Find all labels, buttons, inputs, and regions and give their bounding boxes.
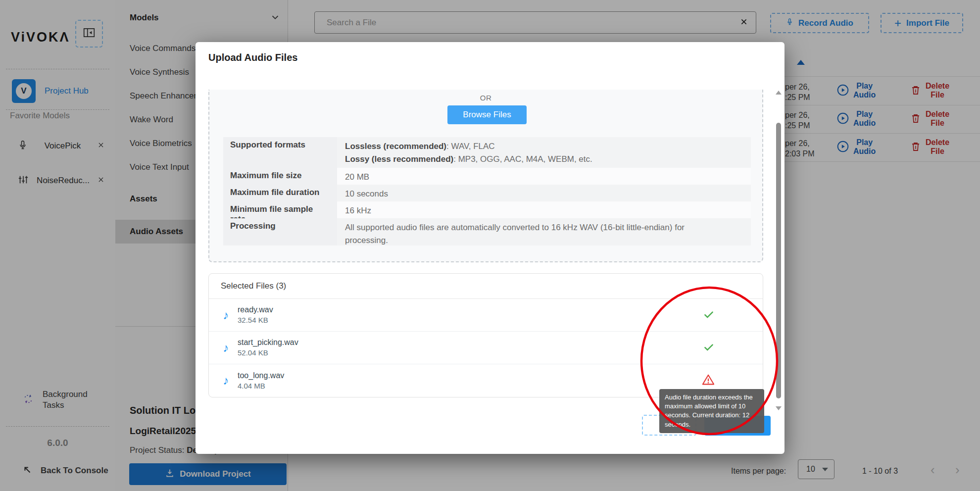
file-size: 52.04 KB (238, 348, 298, 358)
spec-value: All supported audio files are automatica… (337, 218, 751, 246)
or-label: OR (209, 94, 762, 102)
spec-label: Supported formats (223, 137, 337, 168)
spec-strong: Lossless (recommended) (345, 142, 446, 151)
spec-value: 20 MB (337, 168, 751, 185)
spec-strong: Lossy (less recommended) (345, 154, 453, 164)
selected-file-row: ♪ ready.wav 32.54 KB (209, 299, 763, 332)
scroll-up-icon[interactable] (776, 91, 782, 95)
check-icon (702, 341, 715, 355)
music-note-icon: ♪ (223, 308, 229, 322)
spec-rest: : MP3, OGG, AAC, M4A, WEBM, etc. (453, 154, 592, 164)
spec-value: Lossless (recommended): WAV, FLAC Lossy … (337, 137, 751, 168)
spec-rest: : WAV, FLAC (446, 142, 495, 151)
selected-file-row: ♪ start_picking.wav 52.04 KB (209, 332, 763, 364)
file-name: ready.wav (238, 305, 273, 315)
file-name: too_long.wav (238, 371, 284, 381)
browse-files-label: Browse Files (463, 110, 511, 119)
check-icon (702, 308, 715, 323)
spec-label: Processing (223, 218, 337, 246)
file-size: 32.54 KB (238, 315, 273, 325)
upload-specs-table: Supported formats Lossless (recommended)… (223, 137, 751, 246)
warning-icon[interactable] (701, 373, 715, 389)
modal-title: Upload Audio Files (208, 52, 297, 63)
app-root: ViVOKΛ V Project Hub Favorite Models Voi… (0, 0, 980, 491)
file-drop-zone[interactable]: OR Browse Files Supported formats Lossle… (208, 90, 763, 262)
spec-label: Minimum file sample rate (223, 201, 337, 218)
scroll-down-icon[interactable] (776, 406, 782, 410)
music-note-icon: ♪ (223, 341, 229, 355)
spec-label: Maximum file size (223, 168, 337, 185)
spec-label: Maximum file duration (223, 185, 337, 201)
scrollbar-thumb[interactable] (776, 123, 781, 398)
music-note-icon: ♪ (223, 374, 229, 388)
modal-scrollbar[interactable] (775, 90, 782, 413)
selected-files-card: Selected Files (3) ♪ ready.wav 32.54 KB … (208, 273, 763, 397)
duration-error-tooltip: Audio file duration exceeds the maximum … (659, 389, 764, 433)
browse-files-button[interactable]: Browse Files (447, 105, 527, 124)
spec-value: 16 kHz (337, 201, 751, 218)
spec-value: 10 seconds (337, 185, 751, 201)
file-size: 4.04 MB (238, 381, 284, 391)
selected-files-title: Selected Files (3) (209, 274, 763, 299)
file-name: start_picking.wav (238, 338, 298, 348)
upload-audio-files-modal: Upload Audio Files OR Browse Files Suppo… (196, 42, 784, 454)
